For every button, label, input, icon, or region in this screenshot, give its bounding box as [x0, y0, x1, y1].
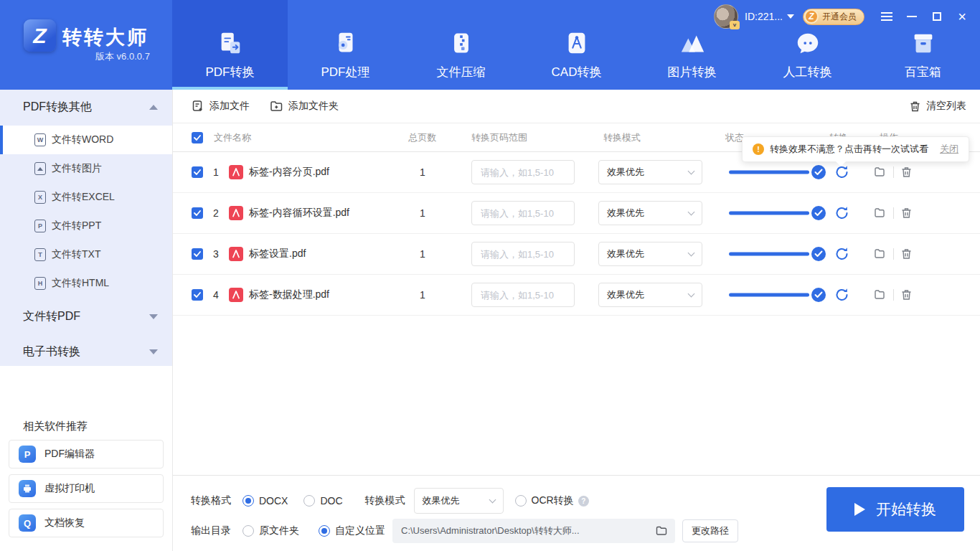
minimize-icon[interactable] [905, 10, 918, 23]
sidebar-item-to-txt[interactable]: T 文件转TXT [0, 240, 172, 269]
mode-label: 转换模式 [365, 494, 405, 507]
progress-bar [729, 253, 809, 256]
output-path-text: C:\Users\Administrator\Desktop\转转大师... [401, 524, 580, 537]
success-check-icon [811, 288, 826, 302]
convert-mode-select[interactable]: 效果优先 [598, 242, 702, 266]
sidebar-item-to-image[interactable]: 文件转图片 [0, 154, 172, 183]
page-range-input[interactable] [471, 283, 575, 307]
user-dropdown-caret-icon[interactable] [787, 14, 794, 19]
row-checkbox[interactable] [192, 166, 203, 178]
expand-down-icon [149, 314, 158, 319]
add-file-button[interactable]: 添加文件 [192, 100, 250, 113]
item-label: 文件转EXCEL [52, 191, 115, 204]
clear-list-button[interactable]: 清空列表 [909, 100, 966, 113]
sidebar-item-to-word[interactable]: W 文件转WORD [0, 126, 172, 154]
convert-mode-select[interactable]: 效果优先 [598, 160, 702, 184]
divider [893, 248, 894, 260]
select-all-checkbox[interactable] [192, 132, 203, 143]
radio-icon [319, 525, 330, 537]
change-path-button[interactable]: 更改路径 [682, 519, 738, 542]
delete-row-icon[interactable] [900, 207, 913, 220]
logo-letter: Z [33, 24, 46, 48]
row-index: 3 [213, 248, 219, 260]
sidebar-group-pdf-convert-other[interactable]: PDF转换其他 [0, 90, 172, 124]
radio-docx[interactable]: DOCX [242, 495, 288, 507]
convert-mode-select[interactable]: 效果优先 [598, 201, 702, 225]
page-range-input[interactable] [471, 242, 575, 266]
radio-doc[interactable]: DOC [303, 495, 342, 507]
trash-icon [909, 100, 921, 113]
ocr-help-icon[interactable]: ? [578, 496, 589, 507]
txt-file-icon: T [34, 248, 46, 261]
tab-pdf-convert[interactable]: PDF转换 [172, 0, 288, 90]
retry-refresh-icon[interactable] [834, 288, 849, 303]
open-file-icon[interactable] [873, 248, 886, 260]
app-title: 转转大师 [62, 24, 149, 50]
sidebar-group-ebook-convert[interactable]: 电子书转换 [0, 334, 172, 369]
radio-source-folder[interactable]: 原文件夹 [242, 524, 299, 537]
recommend-label: 文档恢复 [44, 517, 85, 529]
page-count: 1 [401, 207, 444, 219]
success-check-icon [811, 206, 826, 220]
close-icon[interactable]: × [956, 10, 969, 23]
sidebar-group-file-to-pdf[interactable]: 文件转PDF [0, 299, 172, 334]
tab-file-compress[interactable]: 文件压缩 [403, 0, 519, 90]
tooltip-close-link[interactable]: 关闭 [940, 143, 958, 156]
open-vip-button[interactable]: Z 开通会员 [803, 9, 864, 25]
convert-options-panel: 转换格式 DOCX DOC 转换模式 效果优先 OCR转换 ? [173, 475, 980, 551]
page-range-input[interactable] [471, 201, 575, 225]
app-logo-icon: Z [24, 19, 56, 52]
row-checkbox[interactable] [192, 207, 203, 219]
table-row: 4 标签-数据处理.pdf 1 效果优先 [173, 275, 980, 316]
chevron-down-icon [688, 250, 695, 257]
delete-row-icon[interactable] [900, 248, 913, 260]
open-file-icon[interactable] [873, 288, 886, 301]
retry-refresh-icon[interactable] [834, 247, 849, 262]
chevron-down-icon [489, 496, 496, 504]
recommend-pdf-editor[interactable]: P PDF编辑器 [9, 440, 164, 468]
item-label: 文件转图片 [52, 162, 102, 175]
start-convert-button[interactable]: 开始转换 [826, 487, 964, 532]
add-folder-button[interactable]: 添加文件夹 [270, 100, 339, 113]
recommend-doc-recovery[interactable]: Q 文档恢复 [9, 509, 164, 537]
delete-row-icon[interactable] [900, 289, 913, 301]
collapse-up-icon [149, 105, 158, 110]
main-content: 添加文件 添加文件夹 清空列表 文件名称 总页数 转换页码范围 转 [172, 90, 980, 551]
tab-pdf-process[interactable]: PDF处理 [288, 0, 403, 90]
tab-cad-convert[interactable]: CAD转换 [519, 0, 634, 90]
pdf-file-icon [229, 247, 243, 261]
user-avatar[interactable]: v [714, 4, 738, 29]
tab-label: CAD转换 [552, 64, 602, 80]
row-checkbox[interactable] [192, 248, 203, 260]
convert-mode-select[interactable]: 效果优先 [598, 283, 702, 307]
file-toolbar: 添加文件 添加文件夹 清空列表 [173, 90, 980, 123]
col-page-range: 转换页码范围 [471, 131, 527, 144]
page-range-input[interactable] [471, 160, 575, 184]
retry-refresh-icon[interactable] [834, 206, 849, 221]
open-file-icon[interactable] [873, 207, 886, 220]
sidebar-item-to-html[interactable]: H 文件转HTML [0, 269, 172, 298]
open-file-icon[interactable] [873, 166, 886, 179]
recommend-virtual-printer[interactable]: 虚拟打印机 [9, 474, 164, 503]
radio-label: 自定义位置 [335, 524, 385, 537]
page-count: 1 [401, 289, 444, 301]
radio-custom-location[interactable]: 自定义位置 [319, 524, 385, 537]
tab-label: 文件压缩 [437, 64, 486, 80]
ppt-file-icon: P [34, 220, 46, 232]
sidebar-item-to-excel[interactable]: X 文件转EXCEL [0, 183, 172, 212]
sidebar-item-to-ppt[interactable]: P 文件转PPT [0, 212, 172, 240]
maximize-icon[interactable] [930, 10, 943, 23]
tab-label: PDF处理 [321, 64, 370, 80]
footer-mode-select[interactable]: 效果优先 [414, 488, 504, 514]
row-index: 4 [213, 289, 219, 301]
row-checkbox[interactable] [192, 289, 203, 301]
progress-bar [729, 293, 809, 297]
output-path-field[interactable]: C:\Users\Administrator\Desktop\转转大师... [392, 519, 675, 543]
radio-ocr[interactable]: OCR转换 [515, 494, 574, 507]
file-name: 标签设置.pdf [249, 248, 306, 260]
page-count: 1 [401, 248, 444, 260]
folder-icon[interactable] [655, 524, 668, 537]
item-label: 文件转PPT [52, 220, 101, 232]
menu-icon[interactable] [880, 10, 893, 23]
delete-row-icon[interactable] [900, 166, 913, 179]
